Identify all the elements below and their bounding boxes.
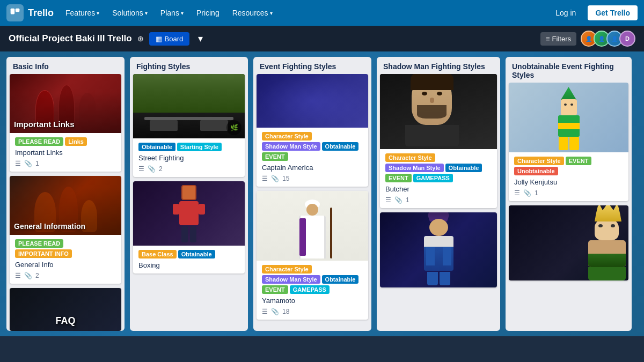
nav-solutions[interactable]: Solutions ▾ [107,5,153,20]
column-header-shadow-man: Shadow Man Fighting Styles [377,57,500,74]
board-title: Official Project Baki III Trello [9,33,132,44]
tag-char-style-yam: Character Style [262,265,312,274]
board-content: Basic Info Important Links [0,51,644,336]
attachment-count: 1 [35,160,39,167]
card-body-general-info: PLEASE READ IMPORTANT INFO General Info … [10,235,121,284]
nav-plans[interactable]: Plans ▾ [155,5,189,20]
card-boxing[interactable]: Base Class Obtainable Boxing [133,181,245,274]
desc-icon-jolly: ☰ [514,189,520,197]
tag-shadow-man-ca: Shadow Man Style [262,142,320,151]
login-button[interactable]: Log in [548,5,583,20]
avatars-group: 👤 👤 👤 D [581,31,635,47]
attachment-icon-jolly: 📎 [523,189,531,197]
tag-event-butcher: EVENT [385,174,412,182]
desc-icon-yam: ☰ [262,308,268,315]
tag-please-read-2: PLEASE READ [15,239,63,248]
tag-event-jolly: EVENT [566,157,592,165]
attachment-icon-sf: 📎 [148,165,156,173]
desc-icon: ☰ [15,160,21,167]
attachment-icon-butcher: 📎 [394,196,402,204]
card-image-butcher [380,74,497,149]
tag-please-read: PLEASE READ [15,137,63,146]
board-view-button[interactable]: ▦ Board [149,32,190,46]
features-chevron-icon: ▾ [97,10,99,16]
desc-icon-ca: ☰ [262,175,268,182]
card-body-butcher: Character Style Shadow Man Style Obtaina… [380,149,497,208]
card-captain-america[interactable]: Character Style Shadow Man Style Obtaina… [257,74,368,187]
card-butcher[interactable]: Character Style Shadow Man Style Obtaina… [380,74,497,208]
card-image-boxing [133,181,245,246]
card-image-yamamoto [257,191,368,261]
attachment-icon-ca: 📎 [271,175,279,182]
card-tags-important-links: PLEASE READ Links [15,137,116,146]
attachment-count-2: 2 [35,272,39,279]
card-general-info[interactable]: General Information PLEASE READ IMPORTAN… [10,176,121,284]
solutions-chevron-icon: ▾ [145,10,148,16]
tag-obtainable-boxing: Obtainable [178,250,215,258]
card-image-captain-america [257,74,368,128]
tag-char-style-jolly: Character Style [514,157,564,165]
resources-chevron-icon: ▾ [270,10,273,16]
card-jolly-kenjutsu[interactable]: Character Style EVENT Unobtainable Jolly… [509,83,628,201]
card-tags-jolly: Character Style EVENT Unobtainable [514,157,623,175]
card-image-general-info: General Information [10,176,121,235]
card-image-jolly [509,83,628,152]
column-cards-unobtainable: Character Style EVENT Unobtainable Jolly… [506,83,632,331]
tag-starting-style: Starting Style [177,143,222,151]
card-yamamoto[interactable]: Character Style Shadow Man Style Obtaina… [257,191,368,320]
nav-pricing[interactable]: Pricing [191,5,225,20]
card-baki-char[interactable] [509,205,628,280]
tag-shadow-man-yam: Shadow Man Style [262,275,320,284]
tag-links: Links [65,137,87,146]
card-title-ca: Captain America [262,164,363,172]
column-header-unobtainable: Unobtainable Event Fighting Styles [506,57,632,83]
tag-gamepass-butcher: GAMEPASS [413,174,453,182]
nav-resources[interactable]: Resources ▾ [227,5,278,20]
tag-event-ca: EVENT [262,152,288,161]
column-header-fighting-styles: Fighting Styles [130,57,248,74]
card-tags-street-fighting: Obtainable Starting Style [138,143,239,151]
column-cards-shadow-man: Character Style Shadow Man Style Obtaina… [377,74,500,331]
card-title-street-fighting: Street Fighting [138,154,239,162]
tag-obtainable-sf: Obtainable [138,143,175,151]
tag-obtainable-ca: Obtainable [322,142,359,151]
card-body-important-links: PLEASE READ Links Important Links ☰ 📎 1 [10,133,121,172]
column-header-basic-info: Basic Info [6,57,125,74]
tag-event-yam: EVENT [262,285,288,294]
card-title-important-links: Important Links [15,149,116,157]
card-body-street-fighting: Obtainable Starting Style Street Fightin… [133,138,245,177]
column-cards-fighting-styles: 🌿 Obtainable Starting Style Street Fight… [130,74,248,331]
card-image-vegeta [380,212,497,287]
trello-logo-icon [6,4,24,21]
card-body-jolly: Character Style EVENT Unobtainable Jolly… [509,152,628,201]
board-header: Official Project Baki III Trello ⊕ ▦ Boa… [0,26,644,51]
column-cards-event-fighting-styles: Character Style Shadow Man Style Obtaina… [253,74,371,331]
card-meta-street-fighting: ☰ 📎 2 [138,165,239,173]
card-vegeta[interactable] [380,212,497,287]
card-street-fighting[interactable]: 🌿 Obtainable Starting Style Street Fight… [133,74,245,177]
trello-logo[interactable]: Trello [6,4,54,21]
nav-features[interactable]: Features ▾ [60,5,105,20]
attachment-count-jolly: 1 [535,189,538,197]
attachment-count-ca: 15 [282,175,289,182]
card-meta-important-links: ☰ 📎 1 [15,160,116,167]
tag-unobtainable-jolly: Unobtainable [514,167,558,175]
card-title-yamamoto: Yamamoto [262,297,363,305]
card-meta-general-info: ☰ 📎 2 [15,272,116,279]
trello-icon [10,8,20,18]
get-trello-button[interactable]: Get Trello [588,5,638,20]
card-important-links[interactable]: Important Links PLEASE READ Links [10,74,121,172]
card-image-title-important-links: Important Links [14,120,75,129]
attachment-icon-yam: 📎 [271,308,279,315]
card-title-jolly: Jolly Kenjutsu [514,178,623,186]
desc-icon-2: ☰ [15,272,21,279]
avatar-d[interactable]: D [619,31,635,47]
card-tags-butcher: Character Style Shadow Man Style Obtaina… [385,153,492,182]
board-expand-button[interactable]: ▾ [195,31,206,47]
card-faq[interactable]: FAQ [10,288,121,331]
column-basic-info: Basic Info Important Links [6,57,125,331]
column-shadow-man: Shadow Man Fighting Styles [377,57,500,331]
card-body-boxing: Base Class Obtainable Boxing [133,246,245,274]
filter-button[interactable]: ≡ Filters [540,32,576,46]
attachment-count-yam: 18 [282,308,289,315]
